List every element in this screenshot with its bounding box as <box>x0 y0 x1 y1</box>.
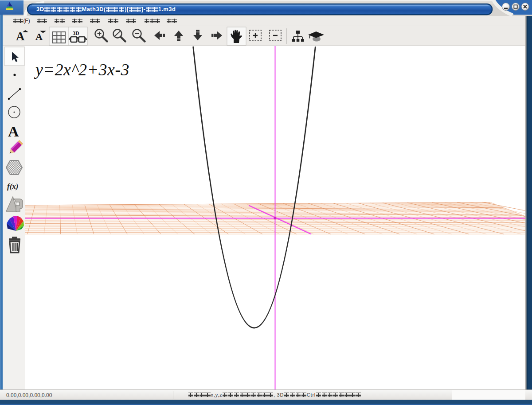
svg-text:f(x): f(x) <box>7 182 18 191</box>
svg-text:A: A <box>8 123 19 140</box>
svg-text:A: A <box>35 31 43 42</box>
svg-text:3D: 3D <box>73 30 79 36</box>
